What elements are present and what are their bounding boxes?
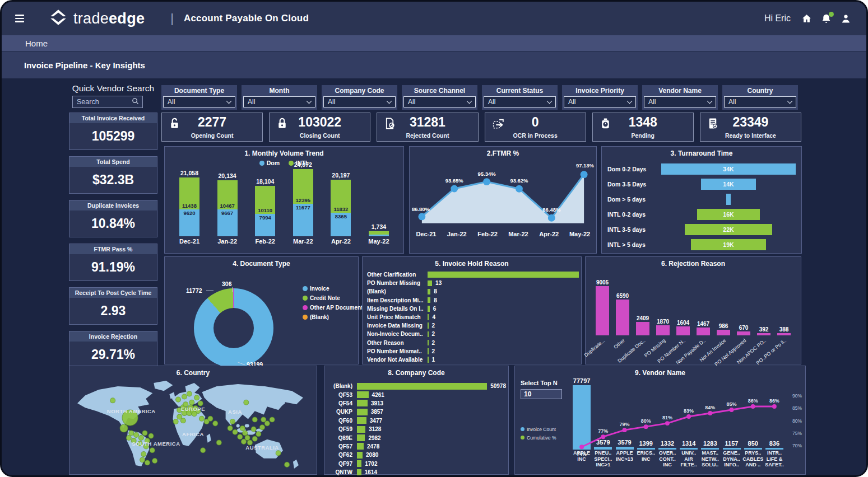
map-bubble[interactable] [261,417,266,422]
map-bubble[interactable] [240,425,245,431]
bar[interactable] [357,383,487,390]
map-bubble[interactable] [176,397,181,402]
bar[interactable] [636,322,649,335]
bar[interactable] [723,448,741,450]
home-icon[interactable] [801,13,813,25]
vendor-search-input[interactable] [76,97,131,106]
bar[interactable] [656,325,670,335]
map-bubble[interactable] [252,417,257,422]
map-bubble[interactable] [189,400,194,405]
data-point[interactable] [483,178,490,185]
map-bubble[interactable] [180,418,185,423]
map-bubble[interactable] [120,424,128,432]
data-point[interactable] [516,185,523,193]
map-bubble[interactable] [173,419,178,424]
map-bubble[interactable] [177,414,182,419]
map-bubble[interactable] [150,448,155,453]
map-bubble[interactable] [126,435,131,440]
map-bubble[interactable] [264,421,270,426]
map-bubble[interactable] [241,439,246,444]
bar[interactable] [357,434,365,441]
bar[interactable] [697,328,710,335]
hamburger-menu-icon[interactable] [15,15,24,22]
bar[interactable] [428,340,429,346]
map-bubble[interactable] [230,419,235,424]
map-bubble[interactable] [148,433,154,438]
map-bubble[interactable] [252,436,257,441]
bar-segment-dom[interactable]: 7994 [255,214,275,236]
bar[interactable] [357,452,363,459]
bar[interactable] [428,297,430,303]
bar-segment-dom[interactable]: 8365 [331,213,351,236]
funnel-bar[interactable]: 14K [701,179,756,190]
filter-dropdown[interactable]: All [564,96,636,107]
bar[interactable] [676,326,690,335]
map-bubble[interactable] [140,457,145,462]
bar-segment-dom[interactable]: 11677 [293,204,313,236]
map-bubble[interactable] [213,421,218,426]
bar[interactable] [737,331,750,335]
map-bubble[interactable] [233,429,238,434]
data-point[interactable] [581,171,588,178]
filter-dropdown[interactable]: All [243,96,315,107]
bar-segment-dom[interactable]: 9620 [179,209,199,236]
bar[interactable] [357,400,368,406]
bar[interactable] [658,448,676,450]
data-point[interactable] [548,214,555,222]
map-bubble[interactable] [199,416,204,421]
map-bubble[interactable] [198,401,203,406]
bar-segment-intl[interactable]: 10467 [217,180,238,209]
funnel-bar[interactable] [726,194,730,205]
bar[interactable] [357,391,369,398]
bar[interactable] [777,333,791,335]
bar[interactable] [357,460,361,467]
filter-dropdown[interactable]: All [644,96,716,107]
bar[interactable] [717,330,730,335]
breadcrumb[interactable]: Home [25,39,48,48]
bar[interactable] [765,448,783,450]
bar[interactable] [701,448,719,450]
bar[interactable] [594,447,612,450]
bar[interactable] [357,469,361,476]
bar-segment-intl[interactable]: 11832 [331,180,351,213]
bar[interactable] [637,448,655,450]
map-bubble[interactable] [216,440,221,445]
map-bubble[interactable] [208,416,213,421]
user-profile-icon[interactable] [840,13,852,25]
bar[interactable] [428,331,429,338]
bar[interactable] [357,417,366,424]
filter-dropdown[interactable]: All [323,96,396,107]
funnel-bar[interactable]: 22K [685,224,772,235]
map-bubble[interactable] [276,451,281,456]
data-point[interactable] [451,185,458,193]
filter-dropdown[interactable]: All [163,96,235,107]
bar[interactable] [616,300,629,335]
map-bubble[interactable] [201,448,206,453]
map-bubble[interactable] [270,417,275,422]
bar-segment-intl[interactable]: 10110 [255,186,275,214]
map-bubble[interactable] [256,432,261,437]
bar[interactable] [428,289,430,295]
map-bubble[interactable] [142,431,147,436]
map-bubble[interactable] [152,459,157,464]
filter-dropdown[interactable]: All [484,96,556,107]
bar[interactable] [596,286,609,335]
map-bubble[interactable] [134,432,139,437]
bar[interactable] [573,385,591,450]
stacked-bar[interactable]: 118328365 [331,180,351,236]
filter-dropdown[interactable]: All [403,96,476,107]
map-bubble[interactable] [187,391,192,396]
stacked-bar[interactable]: 104679667 [217,180,238,236]
top-n-input[interactable] [521,389,562,399]
bar[interactable] [428,314,429,320]
stacked-bar[interactable]: 1239511677 [293,169,313,236]
bar[interactable] [616,447,634,450]
bar[interactable] [357,409,368,415]
funnel-bar[interactable]: 19K [691,239,766,250]
map-bubble[interactable] [259,425,264,430]
bar-segment-dom[interactable]: 9667 [217,209,238,236]
map-bubble[interactable] [145,460,150,465]
filter-dropdown[interactable]: All [724,96,796,107]
bar[interactable] [357,443,364,450]
map-bubble[interactable] [243,431,248,436]
